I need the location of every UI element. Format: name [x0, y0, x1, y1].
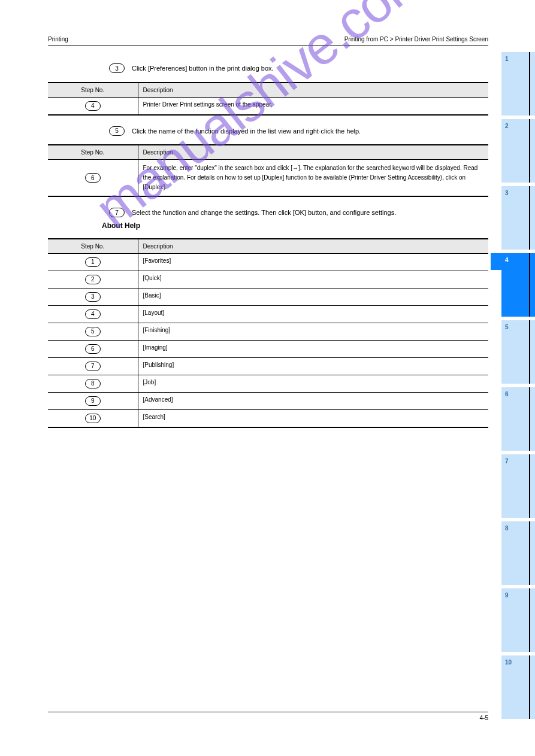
- page-footer: 4-5: [48, 712, 488, 721]
- table-row: 3[Basic]: [48, 288, 488, 305]
- step-number-pill: 3: [85, 292, 101, 302]
- step-3: 3 Click [Preferences] button in the prin…: [102, 63, 488, 74]
- cell-desc: Printer Driver Print settings screen of …: [138, 97, 488, 115]
- tab-stripe: [529, 119, 530, 183]
- tab-label: 5: [505, 324, 509, 330]
- section-tab-3[interactable]: 3: [501, 186, 535, 250]
- cell-desc: [Favorites]: [138, 253, 488, 271]
- section-tab-8[interactable]: 8: [501, 521, 535, 585]
- tab-label: 4: [505, 257, 509, 263]
- table-row: 1[Favorites]: [48, 253, 488, 271]
- step-number-pill: 7: [85, 362, 101, 371]
- step-number-pill: 9: [85, 396, 101, 406]
- col-step: Step No.: [48, 83, 138, 98]
- page-number: 4-5: [480, 715, 488, 721]
- section-tab-6[interactable]: 6: [501, 387, 535, 451]
- step-number-pill: 4: [85, 309, 101, 319]
- step-number-pill: 3: [109, 63, 125, 73]
- tab-label: 3: [505, 190, 509, 196]
- table-step-4: Step No. Description 4 Printer Driver Pr…: [48, 82, 488, 116]
- tab-label: 2: [505, 123, 509, 129]
- step-5: 5 Click the name of the function display…: [102, 126, 488, 136]
- step-number-pill: 7: [109, 208, 125, 217]
- tab-label: 9: [505, 592, 509, 599]
- table-row: 4 Printer Driver Print settings screen o…: [48, 97, 488, 115]
- step-number-pill: 2: [85, 275, 101, 284]
- tab-stripe: [529, 521, 530, 585]
- table-help-items: Step No. Description 1[Favorites]2[Quick…: [48, 238, 488, 428]
- tab-stripe: [529, 387, 530, 451]
- header-left: Printing: [48, 36, 68, 42]
- step-number-pill: 4: [85, 101, 101, 111]
- cell-desc: [Imaging]: [138, 340, 488, 357]
- tab-label: 8: [505, 525, 509, 532]
- tab-label: 7: [505, 458, 509, 464]
- page-content: Printing Printing from PC > Printer Driv…: [48, 36, 488, 439]
- tab-label: 6: [505, 391, 509, 397]
- tab-stripe: [529, 454, 530, 518]
- section-tab-10[interactable]: 10: [501, 655, 535, 719]
- cell-desc: [Layout]: [138, 305, 488, 323]
- step-number-pill: 5: [109, 126, 125, 136]
- section-tab-9[interactable]: 9: [501, 588, 535, 652]
- table-row: 2[Quick]: [48, 271, 488, 288]
- section-tab-7[interactable]: 7: [501, 454, 535, 518]
- section-tab-2[interactable]: 2: [501, 119, 535, 183]
- table-row: 9[Advanced]: [48, 392, 488, 409]
- col-desc: Description: [138, 145, 488, 160]
- col-step: Step No.: [48, 239, 138, 254]
- table-step-6: Step No. Description 6 For example, ente…: [48, 144, 488, 197]
- step-number-pill: 1: [85, 257, 101, 267]
- step-number-pill: 8: [85, 379, 101, 388]
- tab-label: 1: [505, 56, 509, 62]
- section-tab-1[interactable]: 1: [501, 52, 535, 116]
- step-number-pill: 10: [85, 414, 101, 423]
- table-row: 8[Job]: [48, 375, 488, 392]
- table-row: 5[Finishing]: [48, 323, 488, 340]
- step-number-pill: 6: [85, 344, 101, 354]
- cell-desc: [Publishing]: [138, 357, 488, 375]
- step-text: Select the function and change the setti…: [132, 208, 488, 218]
- tab-stripe: [529, 655, 530, 719]
- section-tab-5[interactable]: 5: [501, 320, 535, 384]
- step-text: Click [Preferences] button in the print …: [132, 63, 488, 74]
- table-row: 4[Layout]: [48, 305, 488, 323]
- step-number-pill: 6: [85, 173, 101, 183]
- table-row: 10[Search]: [48, 409, 488, 427]
- col-desc: Description: [138, 239, 488, 254]
- col-desc: Description: [138, 83, 488, 98]
- table-row: 6[Imaging]: [48, 340, 488, 357]
- tab-label: 10: [505, 659, 512, 666]
- subheading-about-help: About Help: [102, 221, 488, 230]
- cell-desc: For example, enter "duplex" in the searc…: [138, 160, 488, 197]
- cell-desc: [Quick]: [138, 271, 488, 288]
- page-header: Printing Printing from PC > Printer Driv…: [48, 36, 488, 45]
- header-right: Printing from PC > Printer Driver Print …: [344, 36, 488, 42]
- tab-stripe: [529, 588, 530, 652]
- section-tabs: 12345678910: [501, 52, 535, 719]
- cell-desc: [Advanced]: [138, 392, 488, 409]
- step-number-pill: 5: [85, 327, 101, 336]
- cell-desc: [Search]: [138, 409, 488, 427]
- tab-stripe: [529, 320, 530, 384]
- tab-stripe: [529, 186, 530, 250]
- table-row: 7[Publishing]: [48, 357, 488, 375]
- step-text: Click the name of the function displayed…: [132, 126, 488, 136]
- tab-stripe: [529, 253, 530, 317]
- section-tab-4[interactable]: 4: [501, 253, 535, 317]
- cell-desc: [Job]: [138, 375, 488, 392]
- step-7: 7 Select the function and change the set…: [102, 208, 488, 218]
- col-step: Step No.: [48, 145, 138, 160]
- cell-desc: [Finishing]: [138, 323, 488, 340]
- table-row: 6 For example, enter "duplex" in the sea…: [48, 160, 488, 197]
- tab-stripe: [529, 52, 530, 116]
- cell-desc: [Basic]: [138, 288, 488, 305]
